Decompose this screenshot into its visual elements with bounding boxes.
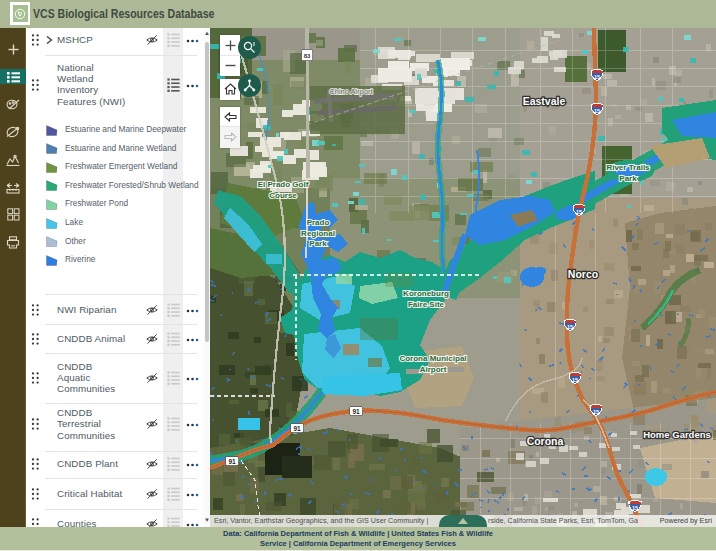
- svg-text:15: 15: [593, 409, 599, 415]
- svg-text:Chino Airport: Chino Airport: [329, 87, 373, 96]
- svg-text:Norco: Norco: [568, 268, 598, 280]
- svg-text:El Prado Golf: El Prado Golf: [258, 180, 309, 189]
- svg-text:91: 91: [293, 425, 301, 432]
- svg-text:Koroneburg: Koroneburg: [403, 289, 449, 298]
- svg-text:15: 15: [572, 377, 578, 383]
- svg-text:15: 15: [632, 505, 638, 511]
- svg-text:Regional: Regional: [301, 229, 335, 238]
- svg-text:Corona: Corona: [527, 435, 564, 447]
- svg-text:Prado: Prado: [307, 218, 330, 227]
- svg-text:91: 91: [352, 408, 360, 415]
- svg-text:Airport: Airport: [420, 365, 447, 374]
- svg-text:15: 15: [567, 324, 573, 330]
- svg-text:Faire Site: Faire Site: [408, 300, 445, 309]
- svg-text:Corona Municipal: Corona Municipal: [399, 354, 466, 363]
- svg-text:Home Gardens: Home Gardens: [643, 429, 711, 440]
- svg-text:91: 91: [228, 458, 236, 465]
- svg-text:15: 15: [576, 209, 582, 215]
- svg-text:Course: Course: [269, 191, 297, 200]
- svg-text:15: 15: [594, 108, 600, 114]
- svg-text:83: 83: [304, 53, 311, 59]
- svg-text:Eastvale: Eastvale: [523, 95, 566, 107]
- svg-text:Park: Park: [309, 239, 327, 248]
- svg-text:15: 15: [594, 74, 600, 80]
- svg-text:Park: Park: [619, 174, 637, 183]
- svg-text:River Trails: River Trails: [606, 163, 650, 172]
